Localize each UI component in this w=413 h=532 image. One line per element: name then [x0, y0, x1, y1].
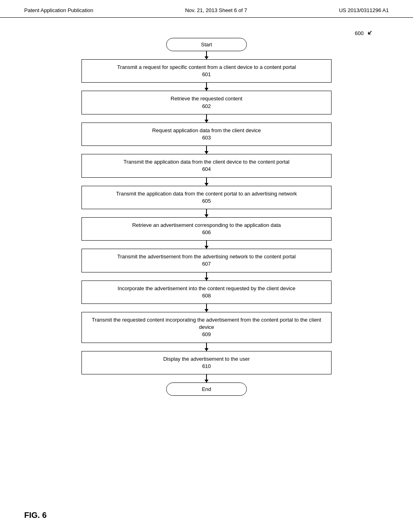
box-609: Transmit the requested content incorpora… [81, 312, 332, 343]
arrow-connector [206, 146, 207, 154]
arrow-connector [206, 51, 207, 59]
diagram-label-600: 600 ➔ [355, 29, 373, 37]
box-602: Retrieve the requested content 602 [81, 91, 332, 114]
end-box: End [166, 382, 247, 396]
diagram-arrow-icon: ➔ [365, 28, 375, 37]
box-603: Request application data from the client… [81, 123, 332, 146]
figure-label: FIG. 6 [24, 511, 47, 520]
box-607: Transmit the advertisement from the adve… [81, 249, 332, 272]
header-right: US 2013/0311296 A1 [339, 7, 389, 13]
arrow-connector [206, 374, 207, 382]
arrow-connector [206, 114, 207, 123]
box-610: Display the advertisement to the user 61… [81, 351, 332, 374]
arrow-connector [206, 83, 207, 91]
diagram-area: 600 ➔ Start Transmit a request for speci… [0, 18, 413, 396]
flow-container: Start Transmit a request for specific co… [65, 38, 348, 396]
box-604: Transmit the application data from the c… [81, 154, 332, 177]
arrow-connector [206, 209, 207, 217]
arrow-connector [206, 304, 207, 312]
box-606: Retrieve an advertisement corresponding … [81, 217, 332, 241]
box-601: Transmit a request for specific content … [81, 59, 332, 83]
start-box: Start [166, 38, 247, 51]
arrow-connector [206, 272, 207, 281]
header-center: Nov. 21, 2013 Sheet 6 of 7 [185, 7, 247, 13]
page-header: Patent Application Publication Nov. 21, … [0, 0, 413, 18]
arrow-connector [206, 343, 207, 351]
box-605: Transmit the application data from the c… [81, 186, 332, 209]
box-608: Incorporate the advertisement into the c… [81, 281, 332, 304]
arrow-connector [206, 178, 207, 186]
arrow-connector [206, 241, 207, 249]
header-left: Patent Application Publication [24, 7, 93, 13]
